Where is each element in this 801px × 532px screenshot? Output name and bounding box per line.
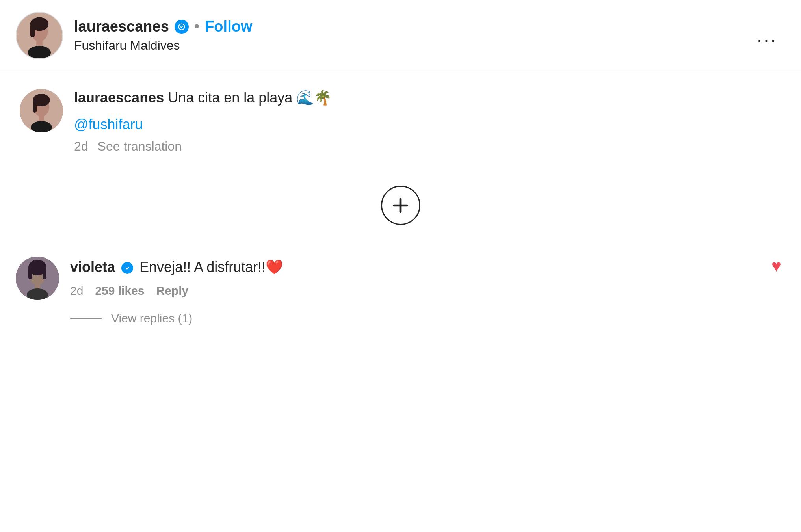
verified-badge-icon (175, 20, 189, 34)
svg-rect-18 (43, 268, 46, 279)
caption-body: Una cita en la playa 🌊🌴 (164, 89, 332, 106)
comment-left: violeta Enveja!! A disfrutar!!❤️ 2d 259 … (16, 257, 760, 300)
more-options-button[interactable]: ... (753, 21, 781, 50)
view-replies-row[interactable]: View replies (1) (70, 312, 781, 325)
caption-content: lauraescanes Una cita en la playa 🌊🌴 @fu… (74, 87, 781, 154)
like-button[interactable]: ♥ (771, 257, 781, 275)
avatar[interactable] (16, 12, 63, 59)
svg-point-21 (123, 264, 131, 272)
plus-icon (390, 195, 411, 216)
comment-body: Enveja!! A disfrutar!!❤️ (136, 259, 283, 275)
caption-row: lauraescanes Una cita en la playa 🌊🌴 @fu… (20, 87, 781, 154)
comment-row: violeta Enveja!! A disfrutar!!❤️ 2d 259 … (16, 257, 781, 300)
comment-time: 2d (70, 284, 83, 298)
comment-meta: 2d 259 likes Reply (70, 284, 760, 298)
follow-button[interactable]: Follow (205, 18, 252, 35)
post-header: lauraescanes • Follow Fushifaru Maldives… (0, 0, 801, 71)
header-username[interactable]: lauraescanes (74, 18, 169, 35)
comment-content: violeta Enveja!! A disfrutar!!❤️ 2d 259 … (70, 257, 760, 298)
caption-meta: 2d See translation (74, 139, 781, 154)
post-container: lauraescanes • Follow Fushifaru Maldives… (0, 0, 801, 341)
caption-mention[interactable]: @fushifaru (74, 116, 781, 133)
svg-rect-10 (39, 115, 44, 121)
svg-rect-3 (30, 24, 35, 37)
comment-likes: 259 likes (95, 284, 144, 298)
comment-verified-badge-icon (121, 262, 133, 274)
caption-time: 2d (74, 139, 88, 154)
comment-username[interactable]: violeta (70, 259, 115, 275)
comment-text: violeta Enveja!! A disfrutar!!❤️ (70, 257, 760, 278)
caption-avatar[interactable] (20, 89, 63, 132)
view-replies-line (70, 318, 102, 319)
caption-text: lauraescanes Una cita en la playa 🌊🌴 (74, 87, 781, 108)
dot-separator: • (194, 18, 199, 35)
expand-section (0, 166, 801, 245)
svg-rect-19 (35, 283, 40, 289)
view-replies-label[interactable]: View replies (1) (111, 312, 192, 325)
reply-button[interactable]: Reply (156, 284, 189, 298)
post-location: Fushifaru Maldives (74, 38, 252, 53)
comment-avatar[interactable] (16, 257, 59, 300)
svg-rect-17 (28, 268, 32, 279)
username-row: lauraescanes • Follow (74, 18, 252, 35)
expand-button[interactable] (381, 186, 420, 225)
header-user-info: lauraescanes • Follow Fushifaru Maldives (74, 18, 252, 53)
post-header-left: lauraescanes • Follow Fushifaru Maldives (16, 12, 252, 59)
see-translation-button[interactable]: See translation (98, 139, 182, 154)
comment-section: violeta Enveja!! A disfrutar!!❤️ 2d 259 … (0, 245, 801, 341)
caption-section: lauraescanes Una cita en la playa 🌊🌴 @fu… (0, 71, 801, 166)
svg-rect-9 (33, 100, 37, 113)
caption-username[interactable]: lauraescanes (74, 89, 164, 106)
